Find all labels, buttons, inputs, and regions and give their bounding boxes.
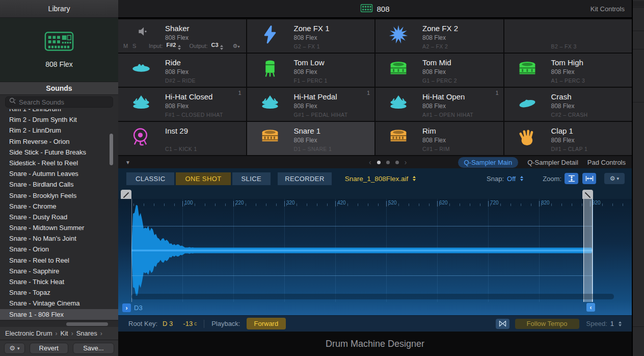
tab-pad-controls[interactable]: Pad Controls <box>587 159 626 166</box>
save-button[interactable]: Save... <box>73 343 114 354</box>
burst-icon <box>388 23 409 45</box>
mode-slice-button[interactable]: SLICE <box>232 172 271 185</box>
pad-zone-fx-1[interactable]: Zone FX 1808 FlexG2 – FX 1 <box>247 19 375 53</box>
pad-tom-high[interactable]: Tom High808 FlexA1 – PERC 3 <box>504 54 632 87</box>
pad-b2-fx-3[interactable]: B2 – FX 3 <box>504 19 632 53</box>
output-note-stepper[interactable]: C3 <box>211 42 223 50</box>
pad-clap-1[interactable]: Clap 1808 FlexD#1 – CLAP 1 <box>504 122 632 155</box>
pad-title: Hi-Hat Pedal <box>294 92 337 101</box>
pad-snare-1[interactable]: Snare 1808 FlexD1 – SNARE 1 <box>247 122 375 155</box>
root-key-value[interactable]: D 3 <box>163 320 173 327</box>
pad-tom-low[interactable]: Tom Low808 FlexF1 – PERC 1 <box>247 54 375 87</box>
pad-subtitle: 808 Flex <box>294 137 321 144</box>
sound-list-item[interactable]: Snare - Vintage Cinema <box>0 298 118 309</box>
sound-list-item[interactable]: Snare - Reel to Reel <box>0 255 118 266</box>
page-dot[interactable] <box>386 161 390 164</box>
sound-list-vertical-scrollbar[interactable] <box>110 134 113 165</box>
sample-file-dropdown[interactable]: Snare_1_808Flex.aif <box>345 175 416 183</box>
pad-hi-hat-closed[interactable]: Hi-Hat Closed808 FlexF#1 – CLOSED HIHAT1 <box>118 88 246 121</box>
pad-note-label: C#1 – RIM <box>422 146 450 152</box>
breadcrumb-item[interactable]: Kit <box>60 329 68 337</box>
sound-list-item[interactable]: Side Stick - Future Breaks <box>0 147 118 158</box>
page-dot[interactable] <box>395 161 399 164</box>
snare-icon <box>259 126 281 147</box>
page-previous-icon[interactable]: ‹ <box>369 160 371 165</box>
pad-crash[interactable]: Crash808 FlexC#2 – CRASH <box>504 88 632 121</box>
speed-control[interactable]: Speed: 1 <box>586 320 622 327</box>
sound-list-item[interactable]: Rim 2 - LinnDrum <box>0 125 118 136</box>
horizontal-scroll-thumb[interactable] <box>66 322 108 326</box>
sampler-settings-button[interactable]: ⚙▾ <box>604 173 625 184</box>
crash-cymbal-icon <box>517 92 538 113</box>
sound-list-item[interactable]: Rim 2 - Drum Synth Kit <box>0 114 118 125</box>
chevron-down-icon: ▾ <box>17 346 20 351</box>
library-action-menu-button[interactable]: ⚙▾ <box>4 343 25 354</box>
input-note-stepper[interactable]: F#2 <box>167 42 181 50</box>
pad-inst-29[interactable]: Inst 29C1 – KICK 1 <box>118 122 246 155</box>
pad-ride[interactable]: Ride808 FlexD#2 – RIDE <box>118 54 246 87</box>
collapse-triangle-icon[interactable]: ▼ <box>125 160 130 165</box>
start-marker-nav-button[interactable]: › <box>122 303 131 312</box>
breadcrumb-item[interactable]: Electronic Drum <box>5 329 52 337</box>
pad-hi-hat-pedal[interactable]: Hi-Hat Pedal808 FlexG#1 – PEDAL HIHAT1 <box>247 88 375 121</box>
sound-list-item[interactable]: Snare - Chrome <box>0 201 118 212</box>
search-box[interactable] <box>5 96 113 108</box>
zoom-label: Zoom: <box>543 175 561 183</box>
revert-button[interactable]: Revert <box>30 343 68 354</box>
sound-list-item[interactable]: Rim 1 - LinnDrum <box>0 109 118 114</box>
sound-list-item[interactable]: Snare - Autumn Leaves <box>0 168 118 179</box>
sound-list-item[interactable]: Snare - Dusty Road <box>0 212 118 222</box>
sound-list-item[interactable]: Snare - Sapphire <box>0 266 118 276</box>
kit-controls-link[interactable]: Kit Controls <box>591 5 625 13</box>
zoom-vertical-button[interactable] <box>565 173 578 184</box>
pad-shaker[interactable]: Shaker808 Flex M S Input: F#2 Output: C3… <box>118 19 246 53</box>
page-next-icon[interactable]: › <box>405 160 407 165</box>
follow-tempo-button[interactable]: Follow Tempo <box>515 319 579 329</box>
playback-mode-button[interactable]: Forward <box>247 318 286 329</box>
zoom-horizontal-button[interactable] <box>582 173 596 184</box>
speaker-icon <box>132 21 154 42</box>
sound-list-item[interactable]: Rim Reverse - Orion <box>0 136 118 147</box>
tab-q-sampler-main[interactable]: Q-Sampler Main <box>458 157 519 168</box>
sound-list-item[interactable]: Snare - Midtown Summer <box>0 222 118 233</box>
kit-title-group: 808 <box>360 0 389 17</box>
pad-note-label: B2 – FX 3 <box>551 43 577 49</box>
flex-icon-button[interactable] <box>496 319 509 329</box>
sound-list-horizontal-scrollbar[interactable] <box>0 320 118 327</box>
sound-list-item[interactable]: Snare - Brooklyn Feels <box>0 190 118 201</box>
page-dot[interactable] <box>377 161 381 164</box>
mute-button[interactable]: M <box>123 43 129 49</box>
mode-one-shot-button[interactable]: ONE SHOT <box>176 172 230 185</box>
snap-control[interactable]: Snap: Off <box>487 175 523 183</box>
pad-rim[interactable]: Rim808 FlexC#1 – RIM <box>375 122 503 155</box>
pad-subtitle: 808 Flex <box>165 68 189 75</box>
sampler-tabs: Q-Sampler MainQ-Sampler DetailPad Contro… <box>458 157 626 168</box>
chevron-down-icon: ▾ <box>617 176 620 181</box>
search-input[interactable] <box>19 98 100 106</box>
tune-value[interactable]: -13 <box>183 320 193 327</box>
sound-list-item[interactable]: Snare 1 - 808 Flex <box>0 309 118 320</box>
sound-list-item[interactable]: Snare - No Man's Joint <box>0 233 118 244</box>
recorder-button[interactable]: RECORDER <box>278 172 332 185</box>
pad-settings-button[interactable]: ⚙▾ <box>233 43 240 49</box>
mode-classic-button[interactable]: CLASSIC <box>126 172 174 185</box>
waveform-scrollbar[interactable] <box>131 294 614 299</box>
breadcrumb-separator: › <box>100 330 102 337</box>
pad-title: Clap 1 <box>551 126 575 135</box>
sound-list-item[interactable]: Snare - Orion <box>0 244 118 255</box>
sound-list-item[interactable]: Sidestick - Reel to Reel <box>0 158 118 168</box>
breadcrumb-item[interactable]: Snares <box>76 329 97 337</box>
end-marker-nav-button[interactable]: ‹ <box>586 303 595 312</box>
sound-list-item[interactable]: Snare - Topaz <box>0 287 118 298</box>
pad-note-label: F1 – PERC 1 <box>294 78 328 84</box>
tab-q-sampler-detail[interactable]: Q-Sampler Detail <box>527 159 578 166</box>
sound-list-item[interactable]: Snare - Birdland Calls <box>0 179 118 190</box>
solo-button[interactable]: S <box>132 43 138 49</box>
waveform-display[interactable]: 100220320420520620720820920 › D3 ‹ <box>118 199 632 315</box>
sound-list-item[interactable]: Snare - Thick Heat <box>0 276 118 287</box>
search-row <box>0 95 118 109</box>
pad-zone-fx-2[interactable]: Zone FX 2808 FlexA2 – FX 2 <box>375 19 503 53</box>
pad-hi-hat-open[interactable]: Hi-Hat Open808 FlexA#1 – OPEN HIHAT1 <box>375 88 503 121</box>
sample-end-marker[interactable] <box>583 199 593 302</box>
pad-tom-mid[interactable]: Tom Mid808 FlexG1 – PERC 2 <box>375 54 503 87</box>
